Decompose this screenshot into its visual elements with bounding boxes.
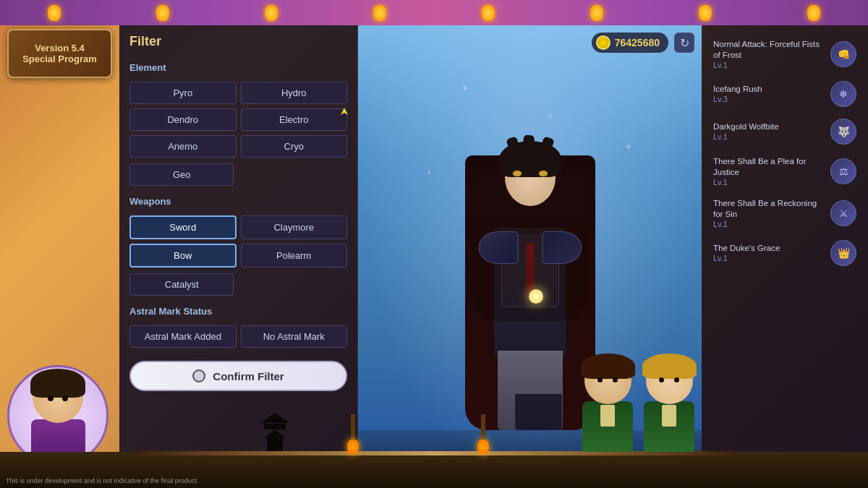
- left-sidebar: Version 5.4 Special Program: [0, 25, 119, 488]
- skill-icon-3[interactable]: 🐺: [830, 119, 856, 145]
- character-shoulder-right: [542, 231, 582, 264]
- chibi-brown-eyes: [593, 377, 623, 382]
- character-eye-left: [512, 170, 522, 177]
- lantern-decoration: [807, 5, 820, 21]
- skills-spacer: [709, 275, 861, 477]
- skill-name-5: There Shall Be a Reckoning for Sin: [713, 198, 825, 220]
- element-filter-anemo[interactable]: Anemo: [129, 135, 237, 158]
- skill-item-2: Icefang Rush Lv.3 ❄: [709, 78, 861, 110]
- select-combat-text: Select Combat Talent to Upgrade: [709, 467, 861, 477]
- element-filter-cryo[interactable]: Cryo: [241, 135, 348, 158]
- lantern-decoration: [373, 5, 386, 21]
- element-filter-electro[interactable]: Electro: [241, 108, 348, 131]
- character-hand-glow: [529, 289, 543, 304]
- currency-amount: 76425680: [615, 37, 660, 48]
- electro-indicator: [341, 108, 348, 115]
- skill-level-1: Lv.1: [713, 61, 825, 69]
- character-eye-right: [538, 170, 548, 177]
- weapon-filter-polearm[interactable]: Polearm: [241, 244, 348, 267]
- astral-filter-added[interactable]: Astral Mark Added: [129, 325, 237, 348]
- chibi-body: [31, 419, 85, 459]
- skills-panel: Normal Attack: Forceful Fists of Frost L…: [702, 25, 868, 488]
- character-head: [505, 148, 556, 206]
- chibi-characters-bottom: [582, 357, 694, 452]
- skill-level-3: Lv.1: [713, 132, 825, 141]
- refresh-button[interactable]: ↻: [674, 33, 694, 53]
- skill-level-2: Lv.3: [713, 95, 825, 103]
- chibi-blonde-hair: [642, 354, 697, 379]
- skill-level-5: Lv.1: [713, 220, 825, 228]
- chibi-eyes: [43, 395, 72, 401]
- lantern-decoration: [590, 5, 603, 21]
- filter-panel: Filter Element Pyro Hydro Dendro Electro…: [119, 25, 358, 488]
- weapon-catalyst-row: Catalyst: [129, 273, 347, 296]
- skill-info-5: There Shall Be a Reckoning for Sin Lv.1: [713, 198, 825, 228]
- astral-filter-none[interactable]: No Astral Mark: [241, 325, 348, 348]
- skill-name-4: There Shall Be a Plea for Justice: [713, 156, 825, 178]
- character-boot-right: [534, 394, 561, 430]
- character-hair-tuft2: [522, 134, 534, 155]
- skill-icon-5[interactable]: ⚔: [830, 200, 856, 226]
- refresh-icon: ↻: [680, 36, 689, 50]
- skill-info-4: There Shall Be a Plea for Justice Lv.1: [713, 156, 825, 187]
- astral-filter-grid: Astral Mark Added No Astral Mark: [129, 325, 347, 348]
- chibi-char-blonde: [644, 357, 694, 452]
- version-line2: Special Program: [22, 53, 97, 64]
- element-filter-hydro[interactable]: Hydro: [241, 82, 348, 104]
- sparkle-1: ✦: [461, 83, 469, 93]
- element-filter-dendro[interactable]: Dendro: [129, 108, 237, 131]
- weapons-section-label: Weapons: [129, 196, 347, 207]
- sparkle-2: ✦: [547, 112, 553, 120]
- weapon-filter-claymore[interactable]: Claymore: [241, 215, 348, 239]
- skill-name-2: Icefang Rush: [713, 84, 825, 95]
- skill-name-1: Normal Attack: Forceful Fists of Frost: [713, 39, 825, 61]
- weapon-filter-sword[interactable]: Sword: [129, 215, 237, 239]
- skill-icon-2[interactable]: ❄: [830, 81, 856, 107]
- confirm-filter-row: Confirm Filter: [129, 361, 347, 391]
- currency-display: 76425680: [592, 33, 668, 53]
- skill-icon-6[interactable]: 👑: [830, 240, 856, 266]
- chibi-char-brown: [582, 357, 633, 452]
- skill-info-1: Normal Attack: Forceful Fists of Frost L…: [713, 39, 825, 69]
- confirm-filter-label: Confirm Filter: [213, 370, 284, 382]
- chibi-hair: [30, 369, 85, 398]
- skill-level-6: Lv.1: [713, 254, 825, 262]
- coin-icon: [596, 35, 610, 50]
- chibi-blonde-head: [646, 357, 693, 404]
- element-filter-pyro[interactable]: Pyro: [129, 82, 237, 104]
- top-decoration-strip: [0, 0, 868, 25]
- chibi-character-left: [7, 365, 109, 466]
- skill-icon-1[interactable]: 👊: [830, 41, 856, 67]
- element-filter-geo[interactable]: Geo: [129, 163, 234, 186]
- skill-info-6: The Duke's Grace Lv.1: [713, 243, 825, 262]
- chibi-brown-head: [584, 357, 631, 404]
- chibi-head: [33, 372, 83, 423]
- skill-item-6: The Duke's Grace Lv.1 👑: [709, 237, 861, 269]
- sparkle-3: ✦: [427, 170, 432, 176]
- astral-section-label: Astral Mark Status: [129, 306, 347, 317]
- weapon-filter-bow[interactable]: Bow: [129, 244, 237, 267]
- skill-item-4: There Shall Be a Plea for Justice Lv.1 ⚖: [709, 153, 861, 189]
- skill-item-3: Darkgold Wolfbite Lv.1 🐺: [709, 116, 861, 147]
- confirm-filter-button[interactable]: Confirm Filter: [129, 361, 347, 391]
- version-line1: Version 5.4: [35, 43, 85, 53]
- element-filter-extra: Geo: [129, 163, 347, 186]
- chibi-brown-body: [582, 401, 633, 452]
- lantern-decoration: [265, 5, 278, 21]
- skill-name-6: The Duke's Grace: [713, 243, 825, 254]
- lantern-decoration: [48, 5, 61, 21]
- skill-item-1: Normal Attack: Forceful Fists of Frost L…: [709, 36, 861, 72]
- character-ear-left: [506, 140, 521, 153]
- element-section-label: Element: [129, 62, 347, 73]
- sparkle-4: ✦: [624, 141, 633, 153]
- lantern-decoration: [156, 5, 169, 21]
- skill-info-3: Darkgold Wolfbite Lv.1: [713, 121, 825, 141]
- skill-name-3: Darkgold Wolfbite: [713, 121, 825, 132]
- character-ear-right: [540, 140, 554, 153]
- weapons-filter-grid: Sword Claymore Bow Polearm: [129, 215, 347, 267]
- version-badge: Version 5.4 Special Program: [7, 29, 112, 78]
- weapon-filter-catalyst[interactable]: Catalyst: [129, 273, 234, 296]
- filter-title: Filter: [129, 34, 347, 49]
- skill-icon-4[interactable]: ⚖: [830, 158, 856, 184]
- chibi-blonde-body: [644, 401, 694, 452]
